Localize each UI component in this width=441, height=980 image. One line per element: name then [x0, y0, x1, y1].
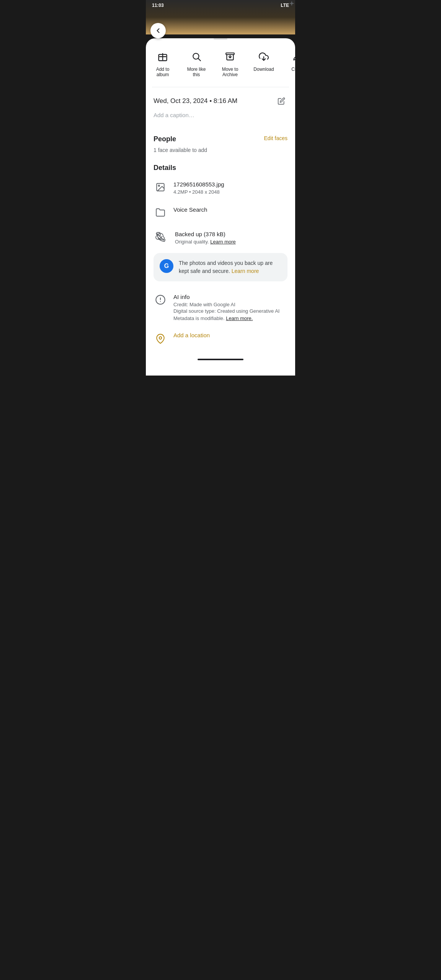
status-time: 11:03 — [152, 3, 164, 8]
more-like-this-icon — [189, 49, 204, 64]
ai-info-line2: Digital source type: Created using Gener… — [173, 308, 287, 314]
move-to-archive-icon — [222, 49, 238, 64]
add-to-album-icon — [155, 49, 170, 64]
backup-learn-more[interactable]: Learn more — [210, 239, 235, 245]
security-text: The photos and videos you back up are ke… — [179, 259, 281, 275]
folder-icon — [154, 206, 167, 219]
svg-line-4 — [198, 59, 201, 61]
svg-rect-5 — [226, 53, 234, 54]
cloud-backup-icon — [154, 230, 167, 244]
location-icon — [154, 332, 167, 346]
more-like-this-label: More likethis — [187, 67, 206, 78]
actions-row: Add toalbum More likethis — [146, 43, 295, 87]
download-button[interactable]: Download — [247, 46, 281, 81]
edit-faces-button[interactable]: Edit faces — [264, 135, 287, 141]
ai-info-line3: Metadata is modifiable. Learn more. — [173, 315, 287, 321]
album-name: Voice Search — [173, 206, 287, 214]
details-section-title: Details — [154, 162, 287, 172]
file-info-row: 1729651608553.jpg 4.2MP • 2048 x 2048 — [154, 175, 287, 200]
status-indicators: LTE — [281, 3, 289, 8]
file-meta: 4.2MP • 2048 x 2048 — [173, 189, 287, 195]
album-row: Voice Search — [154, 200, 287, 225]
people-section-title: People — [154, 135, 176, 143]
backup-row: Backed up (378 kB) Original quality. Lea… — [154, 225, 287, 250]
drag-handle — [214, 38, 227, 40]
file-name: 1729651608553.jpg — [173, 180, 287, 188]
ai-info-line1: Credit: Made with Google AI — [173, 302, 287, 307]
download-label: Download — [253, 67, 274, 72]
add-to-album-button[interactable]: Add toalbum — [146, 46, 180, 81]
backup-detail: Original quality. Learn more — [175, 239, 287, 245]
svg-point-9 — [158, 185, 160, 186]
back-button[interactable] — [150, 23, 166, 38]
create-label: Cre… — [291, 67, 295, 72]
svg-point-13 — [159, 336, 162, 339]
create-button[interactable]: Cre… — [281, 46, 295, 81]
move-to-archive-label: Move toArchive — [222, 67, 238, 78]
security-card: G The photos and videos you back up are … — [154, 253, 287, 281]
edit-date-button[interactable] — [275, 95, 287, 107]
add-to-album-label: Add toalbum — [156, 67, 170, 78]
backup-status: Backed up (378 kB) — [175, 230, 287, 238]
caption-field[interactable]: Add a caption… — [154, 112, 287, 118]
ai-learn-more[interactable]: Learn more. — [226, 315, 253, 321]
security-learn-more[interactable]: Learn more — [232, 268, 259, 274]
ai-info-icon — [154, 293, 167, 307]
people-subtext: 1 face available to add — [154, 147, 287, 153]
image-file-icon — [154, 180, 167, 194]
add-location-label[interactable]: Add a location — [173, 332, 210, 338]
google-shield-icon: G — [160, 259, 173, 273]
home-indicator — [198, 359, 243, 360]
ai-info-row: AI info Credit: Made with Google AI Digi… — [154, 287, 287, 327]
add-location-row[interactable]: Add a location — [154, 327, 287, 351]
create-icon — [290, 49, 295, 64]
move-to-archive-button[interactable]: Move toArchive — [213, 46, 247, 81]
more-like-this-button[interactable]: More likethis — [180, 46, 213, 81]
ai-info-title: AI info — [173, 293, 287, 301]
download-icon — [256, 49, 271, 64]
photo-date: Wed, Oct 23, 2024 • 8:16 AM — [154, 97, 237, 105]
